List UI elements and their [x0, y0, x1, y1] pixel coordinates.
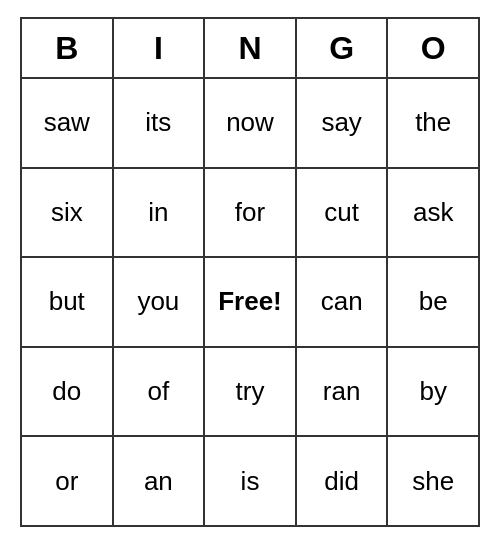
- cell-1-3: cut: [296, 168, 388, 258]
- bingo-card: BINGO sawitsnowsaythesixinforcutaskbutyo…: [20, 17, 480, 527]
- header-col-n: N: [204, 18, 296, 78]
- cell-1-2: for: [204, 168, 296, 258]
- cell-2-1: you: [113, 257, 205, 347]
- cell-4-3: did: [296, 436, 388, 526]
- cell-3-3: ran: [296, 347, 388, 437]
- cell-3-1: of: [113, 347, 205, 437]
- cell-1-0: six: [21, 168, 113, 258]
- row-1: sixinforcutask: [21, 168, 479, 258]
- cell-1-1: in: [113, 168, 205, 258]
- row-3: dooftryranby: [21, 347, 479, 437]
- cell-4-2: is: [204, 436, 296, 526]
- cell-3-0: do: [21, 347, 113, 437]
- cell-0-2: now: [204, 78, 296, 168]
- cell-3-2: try: [204, 347, 296, 437]
- header-col-o: O: [387, 18, 479, 78]
- cell-2-3: can: [296, 257, 388, 347]
- cell-2-2[interactable]: Free!: [204, 257, 296, 347]
- header-row: BINGO: [21, 18, 479, 78]
- cell-0-0: saw: [21, 78, 113, 168]
- row-2: butyouFree!canbe: [21, 257, 479, 347]
- bingo-body: sawitsnowsaythesixinforcutaskbutyouFree!…: [21, 78, 479, 526]
- cell-2-0: but: [21, 257, 113, 347]
- row-0: sawitsnowsaythe: [21, 78, 479, 168]
- cell-0-1: its: [113, 78, 205, 168]
- cell-2-4: be: [387, 257, 479, 347]
- header-col-b: B: [21, 18, 113, 78]
- cell-1-4: ask: [387, 168, 479, 258]
- cell-0-4: the: [387, 78, 479, 168]
- cell-4-1: an: [113, 436, 205, 526]
- cell-4-4: she: [387, 436, 479, 526]
- cell-3-4: by: [387, 347, 479, 437]
- header-col-i: I: [113, 18, 205, 78]
- header-col-g: G: [296, 18, 388, 78]
- row-4: oranisdidshe: [21, 436, 479, 526]
- cell-0-3: say: [296, 78, 388, 168]
- cell-4-0: or: [21, 436, 113, 526]
